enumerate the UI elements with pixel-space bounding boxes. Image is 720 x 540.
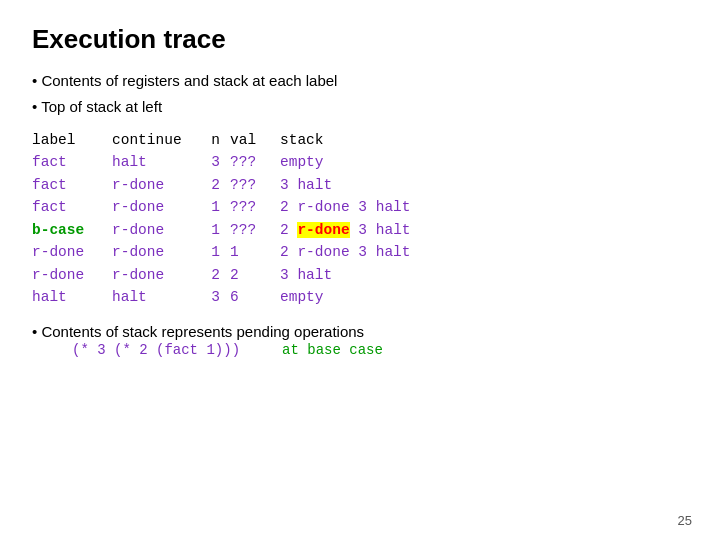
row-label: fact <box>32 196 112 218</box>
row-continue: r-done <box>112 264 202 286</box>
table-row: halt halt 3 6 empty <box>32 286 688 308</box>
row-stack: 3 halt <box>280 264 332 286</box>
row-continue: r-done <box>112 219 202 241</box>
table-row: r-done r-done 1 1 2 r-done 3 halt <box>32 241 688 263</box>
row-label-bcase: b-case <box>32 219 112 241</box>
row-stack: empty <box>280 286 324 308</box>
row-label: r-done <box>32 241 112 263</box>
row-stack: 2 r-done 3 halt <box>280 241 411 263</box>
row-val: 6 <box>230 286 280 308</box>
row-val: ??? <box>230 219 280 241</box>
highlight-span: r-done <box>297 222 349 238</box>
row-stack: 3 halt <box>280 174 332 196</box>
row-continue: r-done <box>112 196 202 218</box>
row-stack: 2 r-done 3 halt <box>280 196 411 218</box>
row-n: 1 <box>202 219 230 241</box>
bottom-label: at base case <box>282 342 383 358</box>
row-n: 3 <box>202 151 230 173</box>
row-val: 1 <box>230 241 280 263</box>
page-title: Execution trace <box>32 24 688 55</box>
table-row: r-done r-done 2 2 3 halt <box>32 264 688 286</box>
table-row: fact halt 3 ??? empty <box>32 151 688 173</box>
bottom-section: • Contents of stack represents pending o… <box>32 323 688 358</box>
row-continue: halt <box>112 151 202 173</box>
trace-table: label continue n val stack fact halt 3 ?… <box>32 129 688 309</box>
table-row-highlight: b-case r-done 1 ??? 2 r-done 3 halt <box>32 219 688 241</box>
row-label: r-done <box>32 264 112 286</box>
page: Execution trace • Contents of registers … <box>0 0 720 382</box>
row-stack: empty <box>280 151 324 173</box>
spacer <box>248 342 273 358</box>
row-stack-highlight: 2 r-done 3 halt <box>280 219 411 241</box>
bottom-code-line: (* 3 (* 2 (fact 1))) at base case <box>72 342 688 358</box>
col-header-label: label <box>32 129 112 151</box>
bullet-2: • Top of stack at left <box>32 95 688 119</box>
col-header-n: n <box>202 129 230 151</box>
table-row: fact r-done 2 ??? 3 halt <box>32 174 688 196</box>
row-n: 3 <box>202 286 230 308</box>
row-continue: halt <box>112 286 202 308</box>
bullets-list: • Contents of registers and stack at eac… <box>32 69 688 119</box>
col-header-stack: stack <box>280 129 324 151</box>
row-continue: r-done <box>112 174 202 196</box>
table-header: label continue n val stack <box>32 129 688 151</box>
col-header-continue: continue <box>112 129 202 151</box>
row-val: ??? <box>230 196 280 218</box>
row-n: 2 <box>202 264 230 286</box>
bottom-bullet: • Contents of stack represents pending o… <box>32 323 688 340</box>
page-number: 25 <box>678 513 692 528</box>
row-val: 2 <box>230 264 280 286</box>
row-n: 2 <box>202 174 230 196</box>
row-continue: r-done <box>112 241 202 263</box>
row-label: fact <box>32 151 112 173</box>
bullet-1: • Contents of registers and stack at eac… <box>32 69 688 93</box>
row-n: 1 <box>202 241 230 263</box>
bottom-code: (* 3 (* 2 (fact 1))) <box>72 342 240 358</box>
table-row: fact r-done 1 ??? 2 r-done 3 halt <box>32 196 688 218</box>
row-label: fact <box>32 174 112 196</box>
row-val: ??? <box>230 151 280 173</box>
col-header-val: val <box>230 129 280 151</box>
row-n: 1 <box>202 196 230 218</box>
row-val: ??? <box>230 174 280 196</box>
row-label: halt <box>32 286 112 308</box>
